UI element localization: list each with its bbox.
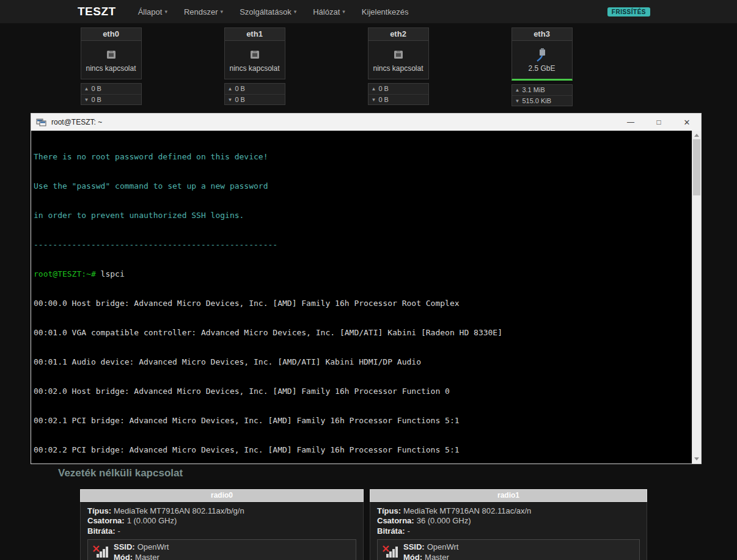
terminal-banner-line: There is no root password defined on thi… bbox=[34, 152, 692, 162]
shell-command: lspci bbox=[96, 269, 125, 278]
ethernet-port-icon bbox=[104, 48, 119, 62]
iface-name: eth1 bbox=[225, 28, 285, 41]
rx-value: 515.0 KiB bbox=[522, 96, 551, 106]
terminal-output-line: 00:00.0 Host bridge: Advanced Micro Devi… bbox=[34, 299, 692, 308]
type-label: Típus: bbox=[87, 506, 111, 515]
type-value: MediaTek MT7916AN 802.11ax/b/g/n bbox=[114, 506, 244, 515]
rx-value: 0 B bbox=[235, 95, 245, 104]
window-controls: — □ ✕ bbox=[617, 114, 701, 131]
channel-value: 36 (0.000 GHz) bbox=[417, 516, 471, 525]
terminal-output-line: 00:02.2 PCI bridge: Advanced Micro Devic… bbox=[34, 445, 692, 455]
refresh-toggle-badge[interactable]: FRISSÍTÉS bbox=[607, 7, 650, 16]
channel-label: Csatorna: bbox=[87, 516, 125, 525]
upload-arrow-icon: ▲ bbox=[515, 85, 520, 95]
iface-name: eth3 bbox=[512, 28, 572, 41]
rx-row: ▼ 0 B bbox=[81, 94, 141, 104]
ethernet-port-icon bbox=[248, 48, 262, 62]
mode-row: Mód:Master bbox=[403, 553, 458, 560]
rx-row: ▼ 0 B bbox=[225, 94, 285, 104]
bitrate-label: Bitráta: bbox=[87, 526, 116, 536]
radio0-body: Típus:MediaTek MT7916AN 802.11ax/b/g/n C… bbox=[80, 502, 364, 560]
bitrate-label: Bitráta: bbox=[377, 526, 405, 536]
chevron-down-icon: ▾ bbox=[294, 9, 297, 15]
brand-hostname[interactable]: TESZT bbox=[78, 5, 116, 18]
terminal-output-line: 00:02.0 Host bridge: Advanced Micro Devi… bbox=[34, 387, 692, 396]
iface-status: 2.5 GbE bbox=[528, 64, 555, 73]
menu-item-allapot[interactable]: Állapot ▾ bbox=[138, 7, 167, 16]
channel-value: 1 (0.000 GHz) bbox=[127, 516, 177, 525]
mode-value: Master bbox=[425, 553, 449, 560]
menu-label: Hálózat bbox=[313, 7, 340, 16]
wifi-signal-disabled-icon bbox=[93, 544, 109, 558]
chevron-down-icon: ▾ bbox=[342, 9, 345, 15]
wifi-signal-disabled-icon bbox=[383, 544, 398, 558]
wifi-network-info: SSID:OpenWrt Mód:Master bbox=[114, 542, 169, 560]
iface-stats-eth1: ▲ 0 B ▼ 0 B bbox=[224, 83, 285, 105]
bitrate-value: - bbox=[408, 526, 410, 536]
radio1-body: Típus:MediaTek MT7916AN 802.11ac/ax/n Cs… bbox=[370, 502, 647, 560]
menu-label: Állapot bbox=[138, 7, 163, 16]
iface-body: nincs kapcsolat bbox=[225, 41, 285, 79]
menu-label: Kijelentkezés bbox=[362, 7, 409, 16]
menu-label: Rendszer bbox=[184, 7, 218, 16]
rx-value: 0 B bbox=[378, 95, 389, 104]
terminal-output-line: 00:01.0 VGA compatible controller: Advan… bbox=[34, 328, 692, 338]
radio0-header: radio0 bbox=[80, 489, 364, 502]
upload-arrow-icon: ▲ bbox=[84, 84, 89, 93]
menu-item-kijelentkezes[interactable]: Kijelentkezés bbox=[362, 7, 409, 16]
tx-row: ▲ 0 B bbox=[225, 84, 285, 94]
radio-channel-row: Csatorna:36 (0.000 GHz) bbox=[377, 516, 640, 526]
radio-type-row: Típus:MediaTek MT7916AN 802.11ac/ax/n bbox=[377, 506, 640, 516]
terminal-screen[interactable]: There is no root password defined on thi… bbox=[31, 131, 692, 464]
iface-card-eth2: eth2 nincs kapcsolat bbox=[368, 27, 429, 79]
terminal-output-line: 00:02.1 PCI bridge: Advanced Micro Devic… bbox=[34, 416, 692, 426]
mode-label: Mód: bbox=[403, 553, 422, 560]
interface-cards-row: eth0 nincs kapcsolat ▲ 0 B ▼ 0 bbox=[39, 27, 614, 106]
iface-name: eth0 bbox=[81, 28, 141, 41]
scrollbar-down-arrow-icon[interactable] bbox=[694, 457, 699, 460]
maximize-button[interactable]: □ bbox=[645, 114, 673, 131]
iface-status: nincs kapcsolat bbox=[229, 64, 279, 73]
wireless-cards-row: radio0 Típus:MediaTek MT7916AN 802.11ax/… bbox=[80, 489, 647, 560]
upload-arrow-icon: ▲ bbox=[228, 84, 233, 93]
bitrate-value: - bbox=[118, 526, 120, 536]
iface-status: nincs kapcsolat bbox=[86, 64, 136, 73]
terminal-titlebar[interactable]: root@TESZT: ~ — □ ✕ bbox=[31, 114, 701, 131]
iface-cell-eth1: eth1 nincs kapcsolat ▲ 0 B ▼ 0 bbox=[183, 27, 326, 106]
iface-card-eth3: eth3 2.5 GbE bbox=[512, 27, 573, 81]
iface-cell-eth2: eth2 nincs kapcsolat ▲ 0 B ▼ 0 bbox=[326, 27, 470, 106]
type-value: MediaTek MT7916AN 802.11ac/ax/n bbox=[403, 506, 531, 515]
top-navbar: TESZT Állapot ▾ Rendszer ▾ Szolgáltatáso… bbox=[0, 0, 737, 23]
close-button[interactable]: ✕ bbox=[673, 114, 701, 131]
mode-row: Mód:Master bbox=[114, 553, 169, 560]
scrollbar-up-arrow-icon[interactable] bbox=[694, 134, 699, 137]
upload-arrow-icon: ▲ bbox=[372, 84, 376, 93]
putty-icon[interactable] bbox=[36, 117, 46, 128]
download-arrow-icon: ▼ bbox=[515, 96, 520, 106]
menu-item-szolgaltatasok[interactable]: Szolgáltatások ▾ bbox=[240, 7, 296, 16]
terminal-scrollbar[interactable] bbox=[692, 131, 701, 464]
iface-cell-eth3: eth3 2.5 GbE ▲ 3.1 MiB ▼ 515.0 bbox=[470, 27, 614, 106]
wireless-section-heading: Vezeték nélküli kapcsolat bbox=[58, 467, 183, 479]
chevron-down-icon: ▾ bbox=[221, 9, 224, 15]
chevron-down-icon: ▾ bbox=[164, 9, 167, 15]
terminal-command-line: root@TESZT:~# lspci bbox=[34, 269, 692, 279]
minimize-button[interactable]: — bbox=[617, 114, 645, 131]
download-arrow-icon: ▼ bbox=[84, 95, 89, 104]
terminal-banner-line: ----------------------------------------… bbox=[34, 240, 692, 250]
menu-item-rendszer[interactable]: Rendszer ▾ bbox=[184, 7, 223, 16]
rx-row: ▼ 515.0 KiB bbox=[512, 95, 572, 106]
iface-stats-eth0: ▲ 0 B ▼ 0 B bbox=[81, 83, 142, 105]
wifi-network-box: SSID:OpenWrt Mód:Master bbox=[87, 539, 356, 560]
iface-stats-eth3: ▲ 3.1 MiB ▼ 515.0 KiB bbox=[512, 84, 573, 106]
radio1-header: radio1 bbox=[370, 489, 647, 502]
menu-item-halozat[interactable]: Hálózat ▾ bbox=[313, 7, 345, 16]
radio-channel-row: Csatorna:1 (0.000 GHz) bbox=[87, 516, 356, 526]
iface-body: nincs kapcsolat bbox=[369, 41, 428, 79]
ssid-label: SSID: bbox=[403, 542, 425, 551]
scrollbar-thumb[interactable] bbox=[693, 139, 700, 195]
ethernet-cable-connected-icon bbox=[535, 48, 549, 62]
download-arrow-icon: ▼ bbox=[372, 95, 376, 104]
openwrt-status-page: TESZT Állapot ▾ Rendszer ▾ Szolgáltatáso… bbox=[0, 0, 737, 560]
putty-terminal-window: root@TESZT: ~ — □ ✕ There is no root pas… bbox=[31, 113, 702, 464]
